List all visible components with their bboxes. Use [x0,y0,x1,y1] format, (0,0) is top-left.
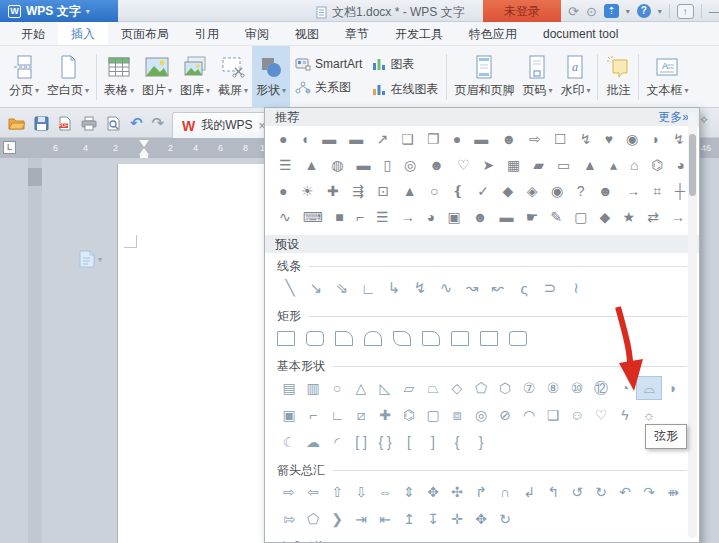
shape-item[interactable] [277,331,295,346]
shape-item[interactable]: ◉ [626,131,638,147]
shape-item[interactable]: ⊡ [377,183,389,199]
shape-item[interactable]: ▲ [305,157,319,173]
blank-page-button[interactable]: 空白页▾ [43,46,93,108]
left-indent-marker[interactable] [140,155,148,158]
shape-item[interactable]: ς [511,280,537,297]
shape-item[interactable]: ✎ [550,209,562,225]
shape-item[interactable]: ∟ [355,280,381,297]
shape-item[interactable]: ★ [622,209,635,225]
shape-item[interactable]: ↗ [376,131,388,147]
shape-item[interactable]: { [445,431,469,453]
collapse-ribbon-icon[interactable]: ↑ [677,4,694,19]
shape-item[interactable]: ⌬ [651,157,663,173]
cloud-caret-icon[interactable]: ▾ [626,7,630,16]
shape-item[interactable]: ◆ [600,209,611,225]
shape-item[interactable]: ↳ [381,279,407,297]
shape-item[interactable]: ⇶ [352,183,364,199]
shape-item[interactable]: ▣ [447,209,460,225]
print-icon[interactable] [81,116,97,131]
shape-item[interactable] [451,331,469,346]
shape-item[interactable]: ♥ [605,131,613,147]
more-shapes-link[interactable]: 更多» [658,109,689,126]
header-footer-button[interactable]: 页眉和页脚 [450,46,518,108]
open-folder-icon[interactable] [8,116,25,130]
shape-item[interactable]: ⌬ [397,404,421,426]
shape-item[interactable]: ☾ [277,431,301,453]
shape-item[interactable]: ▢ [421,404,445,426]
shape-item[interactable]: ⇩ [349,481,373,503]
shape-item[interactable] [393,331,411,346]
shape-item[interactable]: ↜ [485,279,511,297]
shape-item[interactable]: ❏ [401,131,414,147]
shape-item[interactable]: ◜ [325,431,349,453]
table-button[interactable]: 表格▾ [100,46,138,108]
tab-stop-selector[interactable]: L [3,141,16,154]
shape-item[interactable]: ▣ [277,404,301,426]
shape-item[interactable]: ↻ [493,508,517,530]
shape-item[interactable]: ⇄ [647,209,659,225]
shape-item[interactable]: ◕ [427,209,435,225]
shape-item[interactable]: ↧ [421,508,445,530]
shape-item[interactable]: ▬ [322,131,336,147]
shape-item[interactable]: ☀ [301,183,314,199]
shape-item[interactable]: ◍ [331,157,343,173]
shape-item[interactable]: ▭ [557,157,570,173]
shape-item[interactable]: ☻ [501,131,516,147]
shape-item[interactable]: ☰ [376,209,389,225]
shape-item[interactable]: ↝ [459,279,485,297]
menu-tab-document-tool[interactable]: document tool [530,22,631,45]
shape-item[interactable]: ↘ [303,279,329,297]
login-button[interactable]: 未登录 [483,0,561,22]
shape-item[interactable]: ⌗ [654,183,662,200]
shape-item[interactable]: ⧄ [349,404,373,426]
export-pdf-icon[interactable]: PDF [58,116,72,131]
shape-item[interactable]: ❯ [325,508,349,530]
shape-item[interactable]: ⇨ [277,481,301,503]
shape-item[interactable]: ⊃ [537,279,563,297]
shape-item[interactable]: ▴ [610,157,617,173]
shape-item[interactable]: ◆ [502,183,513,199]
shape-item[interactable]: ↷ [637,481,661,503]
shape-item[interactable]: ◗ [661,377,685,399]
shape-item[interactable]: ☻ [429,157,444,173]
shape-item[interactable]: ○ [325,377,349,399]
shape-item[interactable]: ⏢ [421,377,445,399]
shape-item[interactable]: → [626,183,640,199]
shape-item[interactable]: ⊘ [493,404,517,426]
shape-item[interactable]: ◠ [517,404,541,426]
comment-button[interactable]: 批注 [601,46,635,108]
shape-item[interactable]: [ [397,431,421,453]
help-icon[interactable]: ? [637,4,651,18]
shape-item[interactable]: ⬠ [301,508,325,530]
help-caret-icon[interactable]: ▾ [658,7,662,16]
shape-item[interactable]: ⇔ [373,481,397,503]
shape-item[interactable]: ∿ [279,209,291,225]
app-menu-button[interactable]: W WPS 文字 ▾ [0,0,118,22]
shape-item[interactable]: ● [453,131,461,147]
tabbar-overflow-icon[interactable]: ✧ [699,113,709,127]
shape-item[interactable]: ] [421,431,445,453]
shape-item[interactable]: ⑩ [565,377,589,399]
shape-item[interactable]: ○ [430,183,438,199]
shape-item[interactable]: ◺ [373,377,397,399]
shape-item[interactable] [364,331,382,346]
shape-item[interactable]: ∩ [493,481,517,503]
shape-item[interactable]: → [401,209,415,225]
page-break-button[interactable]: 分页▾ [5,46,43,108]
smartart-button[interactable]: SmartArt [295,57,362,71]
menu-tab-features[interactable]: 特色应用 [456,22,530,45]
shape-item[interactable]: △ [349,377,373,399]
shape-item[interactable]: ↻ [589,481,613,503]
shape-item[interactable]: ↯ [407,279,433,297]
shape-item[interactable]: ◎ [469,404,493,426]
shape-item[interactable]: ▲ [583,157,597,173]
shape-item[interactable]: ⇕ [397,481,421,503]
shape-item[interactable]: ⬠ [469,377,493,399]
shapes-button[interactable]: 形状▾ [252,46,290,108]
shape-item[interactable]: ↯ [673,131,685,147]
menu-tab-page-layout[interactable]: 页面布局 [108,22,182,45]
menu-tab-insert[interactable]: 插入 [58,22,108,45]
shape-item[interactable]: } [469,431,493,453]
menu-tab-view[interactable]: 视图 [282,22,332,45]
shape-item[interactable]: ⇦ [301,481,325,503]
